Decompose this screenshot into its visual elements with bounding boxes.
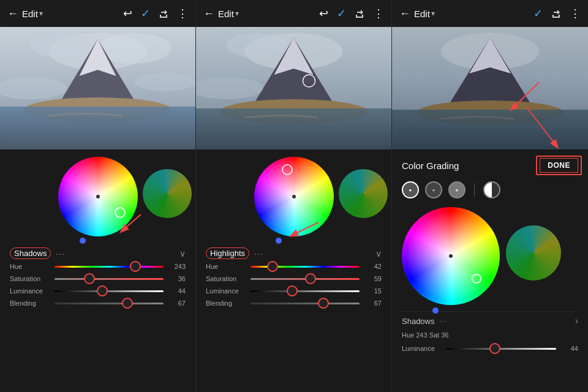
more-icon-2[interactable]: ⋮	[373, 7, 384, 20]
cg-modes: ● ● ●	[402, 181, 578, 198]
hue-value-1: 243	[168, 263, 186, 270]
controls-1: Shadows ··· ∨ Hue 243 Saturation 36 Lumi…	[0, 149, 195, 392]
cg-lum-label: Luminance	[402, 345, 442, 352]
color-wheel-small-2	[339, 169, 388, 218]
blend-track-2[interactable]	[251, 303, 360, 304]
blue-dot-1	[80, 238, 86, 244]
blend-thumb-2[interactable]	[318, 298, 329, 309]
photo-1	[0, 27, 195, 149]
cg-shadow-dots: ···	[439, 317, 447, 325]
slider-sat-1: Saturation 36	[10, 275, 186, 282]
hue-thumb-1[interactable]	[130, 261, 141, 272]
back-icon-1[interactable]: ←	[7, 7, 18, 20]
section-header-2: Highlights ··· ∨	[206, 247, 382, 259]
mode-highlights[interactable]: ●	[448, 181, 466, 198]
lum-track-1[interactable]	[55, 290, 164, 292]
svg-rect-17	[196, 108, 391, 149]
sat-track-1[interactable]	[55, 278, 164, 280]
svg-point-9	[135, 73, 196, 91]
cg-small-wheel	[506, 225, 561, 281]
undo-icon-2[interactable]: ↩	[319, 7, 328, 20]
blend-value-2: 67	[364, 300, 382, 307]
dots-icon-1[interactable]: ···	[56, 249, 65, 258]
svg-point-13	[227, 33, 288, 58]
lum-label-1: Luminance	[10, 287, 50, 295]
cg-lum-thumb[interactable]	[489, 343, 500, 354]
sat-value-2: 59	[364, 275, 382, 282]
edit-menu-1[interactable]: Edit ▾	[22, 9, 43, 19]
edit-chevron-2: ▾	[235, 9, 239, 18]
color-wheel-2[interactable]	[254, 157, 334, 236]
hue-label-2: Hue	[206, 263, 246, 270]
more-icon-3[interactable]: ⋮	[570, 7, 581, 20]
top-bar-1: ← Edit ▾ ↩ ✓ ⋮	[0, 0, 195, 27]
panel-3: ← Edit ▾ ✓ ⋮	[392, 0, 588, 392]
check-icon-1[interactable]: ✓	[141, 7, 150, 20]
edit-menu-3[interactable]: Edit ▾	[414, 9, 435, 19]
cg-blue-dot	[432, 307, 439, 314]
more-icon-1[interactable]: ⋮	[177, 7, 188, 20]
share-icon-2[interactable]	[355, 9, 364, 18]
dots-icon-2[interactable]: ···	[254, 249, 263, 258]
cg-large-wheel[interactable]	[402, 207, 500, 305]
share-icon-3[interactable]	[551, 9, 561, 18]
sat-thumb-2[interactable]	[305, 273, 316, 284]
lum-label-2: Luminance	[206, 287, 246, 295]
mode-shadows[interactable]: ●	[402, 181, 419, 198]
lum-thumb-2[interactable]	[287, 285, 298, 296]
hue-thumb-2[interactable]	[267, 261, 278, 272]
section-title-1[interactable]: Shadows	[10, 247, 51, 259]
hue-label-1: Hue	[10, 263, 50, 270]
wheel-center-2	[292, 195, 296, 198]
slider-hue-1: Hue 243	[10, 263, 186, 270]
slider-lum-1: Luminance 44	[10, 287, 186, 295]
cg-lum-row: Luminance 44	[402, 345, 578, 352]
share-icon-1[interactable]	[159, 9, 168, 18]
cg-lum-track[interactable]	[447, 348, 556, 350]
check-icon-2[interactable]: ✓	[337, 7, 346, 20]
edit-menu-2[interactable]: Edit ▾	[218, 9, 239, 19]
cg-chevron-right[interactable]: ›	[575, 315, 578, 326]
blue-dot-2	[276, 238, 282, 244]
wheel-cursor-2[interactable]	[282, 164, 293, 175]
edit-chevron-1: ▾	[39, 9, 43, 18]
top-bar-2: ← Edit ▾ ↩ ✓ ⋮	[196, 0, 391, 27]
svg-point-2	[31, 33, 92, 58]
hue-track-2[interactable]	[251, 266, 360, 268]
lum-value-1: 44	[168, 287, 186, 295]
sat-thumb-1[interactable]	[84, 273, 95, 284]
cg-lum-value: 44	[561, 345, 578, 352]
cg-wheels-row	[402, 207, 578, 305]
mode-global[interactable]	[483, 181, 500, 198]
section-header-1: Shadows ··· ∨	[10, 247, 186, 259]
wheel-cursor-1[interactable]	[115, 207, 126, 218]
back-icon-2[interactable]: ←	[203, 7, 214, 20]
blend-label-1: Blending	[10, 300, 50, 307]
controls-3: Color Grading DONE ● ● ●	[392, 149, 588, 392]
back-icon-3[interactable]: ←	[399, 7, 410, 20]
sat-track-2[interactable]	[251, 278, 360, 280]
check-icon-3[interactable]: ✓	[533, 7, 543, 20]
top-bar-3: ← Edit ▾ ✓ ⋮	[392, 0, 588, 27]
panel-2: ← Edit ▾ ↩ ✓ ⋮	[196, 0, 392, 392]
slider-blend-2: Blending 67	[206, 300, 382, 307]
section-title-2[interactable]: Highlights	[206, 247, 249, 259]
lum-value-2: 15	[364, 287, 382, 295]
cg-wheel-cursor[interactable]	[472, 274, 481, 284]
chevron-down-2[interactable]: ∨	[375, 249, 382, 258]
photo-3	[392, 27, 588, 149]
undo-icon-1[interactable]: ↩	[123, 7, 132, 20]
svg-rect-26	[392, 110, 588, 149]
hue-track-1[interactable]	[55, 266, 164, 268]
color-wheel-1[interactable]	[58, 157, 138, 236]
mode-midtones[interactable]: ●	[425, 181, 442, 198]
lum-thumb-1[interactable]	[97, 285, 108, 296]
wheel-center-1	[96, 195, 100, 198]
chevron-down-1[interactable]: ∨	[179, 249, 186, 258]
done-button[interactable]: DONE	[540, 158, 578, 173]
lum-track-2[interactable]	[251, 290, 360, 292]
controls-2: Highlights ··· ∨ Hue 42 Saturation 59 Lu…	[196, 149, 391, 392]
blend-thumb-1[interactable]	[122, 298, 133, 309]
cg-shadow-title: Shadows	[402, 317, 434, 326]
blend-track-1[interactable]	[55, 303, 164, 304]
